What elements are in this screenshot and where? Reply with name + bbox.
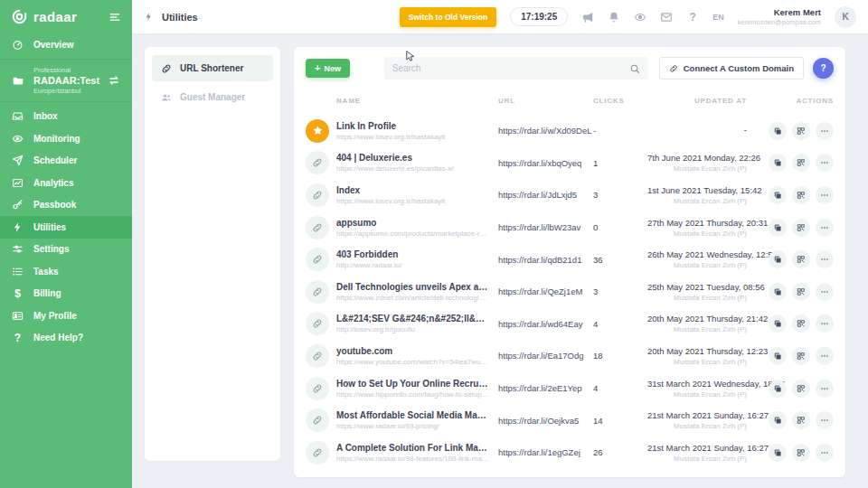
sidebar-item-passbook[interactable]: Passbook	[0, 194, 132, 217]
more-options-icon[interactable]	[816, 411, 834, 429]
more-options-icon[interactable]	[816, 122, 834, 140]
copy-icon[interactable]	[769, 219, 787, 237]
table-row[interactable]: How to Set Up Your Online Recruitment Pr…	[306, 372, 834, 405]
table-row[interactable]: L&#214;SEV G&#246;n&#252;ll&#252; &#214;…	[306, 308, 834, 341]
avatar[interactable]: K	[835, 6, 856, 28]
copy-icon[interactable]	[769, 411, 787, 429]
sidebar-item-utilities[interactable]: Utilities	[0, 216, 132, 239]
qr-code-icon[interactable]	[792, 250, 810, 268]
search-input[interactable]	[392, 63, 629, 73]
copy-icon[interactable]	[769, 186, 787, 204]
qr-code-icon[interactable]	[792, 283, 810, 301]
table-row[interactable]: 403 Forbidden http://www.radaar.io/ http…	[306, 243, 834, 276]
copy-icon[interactable]	[769, 347, 787, 365]
table-row[interactable]: Index https://www.losev.org.tr/hastakayi…	[306, 179, 834, 211]
qr-code-icon[interactable]	[792, 380, 810, 398]
workspace-switcher[interactable]: Professional RADAAR:Test Europe/Istanbul	[0, 59, 132, 102]
user-menu[interactable]: Kerem Mert keremozden@pompaa.com	[738, 7, 821, 26]
qr-code-icon[interactable]	[792, 154, 810, 172]
row-short-url[interactable]: https://rdar.li/w/Xd09DeL	[498, 126, 593, 136]
row-short-url[interactable]: https://rdar.li/2eE1Yep	[498, 383, 593, 393]
question-icon[interactable]: ?	[686, 11, 699, 23]
row-updated-author: Mustafa Ercan Zırh (P)	[647, 230, 747, 238]
row-name[interactable]: 403 Forbidden	[336, 249, 489, 259]
table-row[interactable]: appsumo https://appsumo.com/products/mar…	[306, 211, 834, 244]
sidebar-item-inbox[interactable]: Inbox	[0, 106, 132, 128]
row-short-url[interactable]: https://rdar.li/1egGZej	[498, 447, 593, 457]
row-name[interactable]: A Complete Solution For Link Management	[336, 443, 489, 453]
row-name[interactable]: How to Set Up Your Online Recruitment Pr…	[336, 379, 489, 389]
row-short-url[interactable]: https://rdar.li/Oejkva5	[498, 416, 593, 426]
qr-code-icon[interactable]	[792, 444, 810, 462]
qr-code-icon[interactable]	[792, 314, 810, 333]
connect-custom-domain-label: Connect A Custom Domain	[684, 63, 794, 73]
table-row[interactable]: Most Affordable Social Media Management …	[306, 404, 834, 436]
table-row[interactable]: Dell Technologies unveils Apex as-a-serv…	[306, 276, 834, 308]
copy-icon[interactable]	[769, 444, 787, 462]
clock-display[interactable]: 17:19:25	[510, 7, 568, 26]
copy-icon[interactable]	[769, 250, 787, 268]
envelope-icon[interactable]	[660, 11, 673, 23]
megaphone-icon[interactable]	[581, 11, 594, 23]
row-name[interactable]: Dell Technologies unveils Apex as-a-serv…	[336, 282, 489, 292]
sidebar-item-analytics[interactable]: Analytics	[0, 172, 132, 194]
row-short-url[interactable]: https://rdar.li/xbqOyeq	[498, 158, 593, 168]
subnav-item-url-shortener[interactable]: URL Shortener	[152, 55, 273, 81]
table-row[interactable]: 404 | Deluxerie.es https://www.deluxerie…	[306, 147, 834, 180]
copy-icon[interactable]	[769, 314, 787, 333]
row-name[interactable]: Index	[336, 185, 489, 195]
qr-code-icon[interactable]	[792, 122, 810, 140]
sidebar-item-tasks[interactable]: Tasks	[0, 260, 132, 283]
row-name[interactable]: youtube.com	[336, 346, 489, 356]
row-short-url[interactable]: https://rdar.li/QeZj1eM	[498, 286, 593, 296]
qr-code-icon[interactable]	[792, 186, 810, 204]
sidebar-item-monitoring[interactable]: Monitoring	[0, 127, 132, 150]
sidebar-item-settings[interactable]: Settings	[0, 239, 132, 261]
qr-code-icon[interactable]	[792, 347, 810, 365]
more-options-icon[interactable]	[816, 347, 834, 365]
row-name[interactable]: Link In Profile	[336, 121, 489, 131]
help-button[interactable]: ?	[813, 58, 834, 79]
row-name[interactable]: Most Affordable Social Media Management …	[336, 410, 489, 420]
copy-icon[interactable]	[769, 283, 787, 301]
more-options-icon[interactable]	[816, 154, 834, 172]
connect-custom-domain-button[interactable]: Connect A Custom Domain	[659, 57, 804, 80]
more-options-icon[interactable]	[816, 250, 834, 268]
switch-workspace-icon[interactable]	[108, 74, 120, 87]
table-row[interactable]: Link In Profile https://www.losev.org.tr…	[306, 115, 834, 147]
switch-to-old-version-button[interactable]: Switch to Old Version	[400, 7, 496, 27]
row-name[interactable]: 404 | Deluxerie.es	[336, 153, 489, 163]
row-short-url[interactable]: https://rdar.li/lbW23av	[498, 222, 593, 232]
more-options-icon[interactable]	[816, 314, 834, 333]
sidebar-item-my-profile[interactable]: My Profile	[0, 305, 132, 327]
table-row[interactable]: A Complete Solution For Link Management …	[306, 436, 834, 469]
row-short-url[interactable]: https://rdar.li/JdLxjd5	[498, 190, 593, 200]
qr-code-icon[interactable]	[792, 219, 810, 237]
row-short-url[interactable]: https://rdar.li/qdB21d1	[498, 255, 593, 265]
new-button[interactable]: + New	[306, 59, 350, 78]
bell-icon[interactable]	[608, 11, 620, 23]
more-options-icon[interactable]	[816, 380, 834, 398]
more-options-icon[interactable]	[816, 186, 834, 204]
sidebar-item-scheduler[interactable]: Scheduler	[0, 150, 132, 173]
subnav-item-guest-manager[interactable]: Guest Manager	[152, 84, 273, 110]
more-options-icon[interactable]	[816, 219, 834, 237]
sidebar-item-billing[interactable]: $Billing	[0, 283, 132, 305]
row-short-url[interactable]: https://rdar.li/Ea17Odg	[498, 351, 593, 361]
sidebar-collapse-icon[interactable]	[108, 11, 121, 23]
language-selector[interactable]: EN	[712, 13, 724, 22]
sidebar-item-need-help[interactable]: ?Need Help?	[0, 327, 132, 350]
row-name[interactable]: appsumo	[336, 218, 489, 228]
more-options-icon[interactable]	[816, 444, 834, 462]
row-short-url[interactable]: https://rdar.li/wd64Eay	[498, 319, 593, 329]
eye-icon[interactable]	[634, 11, 646, 23]
table-row[interactable]: youtube.com https://www.youtube.com/watc…	[306, 340, 834, 372]
row-name[interactable]: L&#214;SEV G&#246;n&#252;ll&#252; &#214;…	[336, 314, 489, 324]
more-options-icon[interactable]	[816, 283, 834, 301]
copy-icon[interactable]	[769, 380, 787, 398]
search-icon[interactable]	[629, 63, 640, 74]
sidebar-item-overview[interactable]: Overview	[0, 33, 132, 56]
copy-icon[interactable]	[769, 122, 787, 140]
qr-code-icon[interactable]	[792, 411, 810, 429]
copy-icon[interactable]	[769, 154, 787, 172]
